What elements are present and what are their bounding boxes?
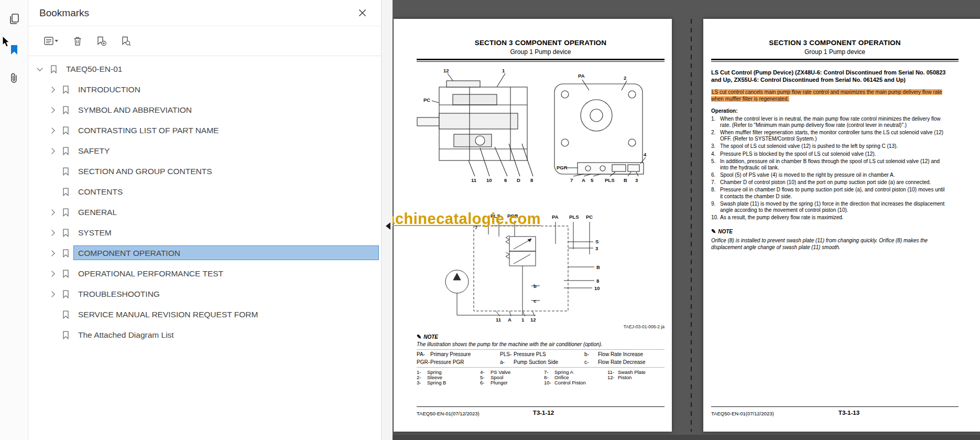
collapse-panel-handle[interactable]: [386, 222, 390, 230]
panel-scrollbar[interactable]: [381, 0, 393, 440]
bookmark-icon: [62, 208, 69, 217]
chevron-right-icon[interactable]: [49, 107, 55, 113]
step-item: 6.Spool (5) of PS valve (4) is moved to …: [711, 172, 948, 178]
callout-label: 4: [644, 152, 646, 157]
operation-steps: 1.When the control lever is in neutral, …: [711, 116, 948, 221]
bookmark-item-general[interactable]: GENERAL: [28, 202, 381, 222]
bookmark-item-component-operation[interactable]: COMPONENT OPERATION: [28, 243, 381, 263]
paperclip-icon: [9, 72, 19, 84]
chevron-right-icon[interactable]: [49, 271, 55, 276]
add-bookmark-button[interactable]: [96, 36, 106, 46]
pencil-icon: ✎: [417, 334, 421, 340]
callout-label: 8: [596, 278, 599, 284]
chevron-right-icon[interactable]: [49, 87, 55, 92]
part-item: 6-Plunger: [480, 380, 508, 385]
bookmark-icon: [62, 167, 69, 176]
callout-label: 1: [502, 68, 505, 73]
bookmark-item-attached-diagram-list[interactable]: The Attached Diagram List: [28, 325, 381, 345]
bookmark-item-safety[interactable]: SAFETY: [28, 141, 381, 161]
legend-item: c-Flow Rate Decrease: [584, 359, 646, 365]
chevron-right-icon[interactable]: [49, 127, 55, 133]
chevron-right-icon[interactable]: [49, 291, 55, 297]
locate-bookmark-icon: [121, 36, 131, 46]
pencil-icon: ✎: [711, 228, 716, 235]
footer-rule: [417, 406, 665, 407]
legend-item: a-Pump Suction Side: [500, 359, 558, 365]
chevron-right-icon[interactable]: [49, 148, 55, 154]
page-copy-icon: [8, 13, 20, 25]
callout-label: 2: [624, 76, 626, 81]
left-rail: [0, 0, 28, 440]
part-item: 3-Spring B: [417, 380, 446, 385]
callout-label: 11: [496, 317, 501, 323]
close-panel-button[interactable]: [358, 9, 366, 17]
bookmark-item-troubleshooting[interactable]: TROUBLESHOOTING: [28, 284, 381, 304]
callout-label: 6: [504, 178, 507, 183]
chevron-right-icon[interactable]: [49, 230, 55, 235]
bookmarks-toolbar: [28, 26, 381, 56]
callout-label: PLS: [605, 178, 614, 183]
callout-label: S: [595, 239, 598, 244]
attachments-button[interactable]: [0, 67, 28, 90]
bookmark-icon: [62, 126, 69, 135]
footer-page-number: T3-1-13: [828, 410, 870, 416]
callout-label: PLS: [569, 214, 579, 220]
step-item: 1.When the control lever is in neutral, …: [711, 116, 948, 128]
note-label: NOTE: [718, 229, 733, 234]
bookmark-item-service-manual-revision-request-form[interactable]: SERVICE MANUAL REVISION REQUEST FORM: [28, 304, 381, 325]
trash-icon: [73, 36, 82, 46]
horizontal-scrollbar[interactable]: [393, 435, 980, 440]
pump-diagram-1: 12 1 PA 2 PC PGR 11 10 6 D 8 7 A 5 PLS B…: [401, 65, 663, 188]
bookmarks-panel: Bookmarks: [28, 0, 381, 440]
add-bookmark-icon: [96, 36, 106, 46]
header-rule: [711, 59, 959, 62]
page-subtitle: Group 1 Pump device: [417, 48, 665, 56]
note-text: The illustration shows the pump for the …: [417, 341, 665, 347]
callout-label: PC: [423, 98, 430, 103]
bookmark-item-introduction[interactable]: INTRODUCTION: [28, 79, 381, 100]
bookmark-icon: [62, 85, 69, 94]
bookmark-item-taeq50-en-01[interactable]: TAEQ50-EN-01: [28, 59, 381, 79]
note-heading: ✎ NOTE: [417, 334, 438, 340]
step-item: 7.Chamber D of control piston (10) and t…: [711, 179, 948, 186]
operation-label: Operation:: [711, 108, 948, 114]
mouse-cursor: [2, 36, 10, 48]
page-title: SECTION 3 COMPONENT OPERATION: [417, 39, 665, 47]
page-subtitle: Group 1 Pump device: [711, 48, 959, 56]
page-title: SECTION 3 COMPONENT OPERATION: [711, 39, 959, 47]
note-heading: ✎ NOTE: [711, 228, 948, 235]
legend-item: PGR-Pressure PGR: [417, 359, 464, 365]
page-thumbnails-button[interactable]: [0, 7, 28, 30]
callout-label: 3: [595, 246, 598, 251]
chevron-right-icon[interactable]: [49, 250, 55, 256]
bookmark-item-symbol-and-abbreviation[interactable]: SYMBOL AND ABBREVIATION: [28, 100, 381, 120]
chevron-right-icon[interactable]: [49, 209, 55, 215]
bookmark-item-section-and-group-contents[interactable]: SECTION AND GROUP CONTENTS: [28, 161, 381, 181]
delete-bookmark-button[interactable]: [73, 36, 82, 46]
step-item: 10.As a result, the pump delivery flow r…: [711, 214, 948, 221]
bookmark-icon: [62, 310, 69, 319]
legend-divider: [417, 349, 665, 350]
step-item: 9.Swash plate (11) is moved by the sprin…: [711, 201, 948, 213]
intro-paragraph: LS cut control cancels main pump flow ra…: [711, 89, 948, 103]
locate-bookmark-button[interactable]: [121, 36, 131, 46]
bookmark-item-contents[interactable]: CONTENTS: [28, 181, 381, 202]
chevron-down-icon[interactable]: [37, 65, 42, 71]
step-item: 4.Pressure PLS is blocked by the spool o…: [711, 151, 948, 157]
bookmark-item-operational-performance-test[interactable]: OPERATIONAL PERFORMANCE TEST: [28, 263, 381, 284]
bookmarks-icon: [9, 44, 19, 56]
bookmark-item-system[interactable]: SYSTEM: [28, 222, 381, 243]
callout-label: B: [596, 265, 600, 270]
pdf-reader-window: Bookmarks: [0, 0, 980, 440]
diagram-reference-code: TAEJ-03-01-006-2 ja: [417, 324, 665, 329]
bookmark-options-button[interactable]: [44, 36, 59, 46]
callout-label: 7: [570, 178, 573, 183]
watermark: machinecatalogie.com: [393, 210, 541, 228]
part-item: 12-Piston: [607, 374, 631, 380]
callout-label: c: [533, 298, 536, 304]
callout-label: B: [624, 178, 627, 183]
bookmark-item-contrasting-list-of-part-name[interactable]: CONTRASTING LIST OF PART NAME: [28, 120, 381, 141]
part-item: 10-Control Piston: [544, 380, 586, 385]
options-icon: [44, 36, 59, 46]
step-item: 8.Pressure oil in chamber D flows to pum…: [711, 187, 948, 199]
